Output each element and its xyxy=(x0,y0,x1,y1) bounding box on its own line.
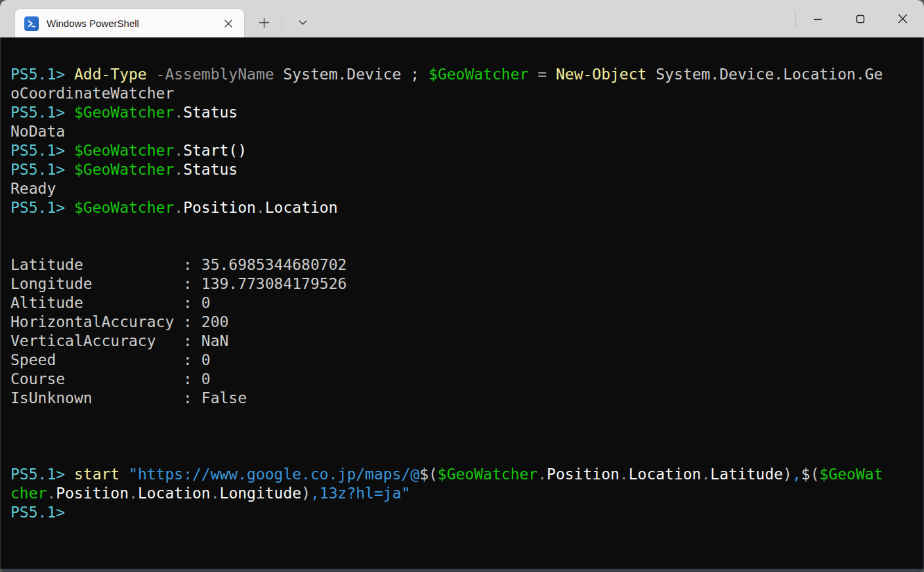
terminal-line: Altitude : 0 xyxy=(10,294,915,313)
tab-windows-powershell[interactable]: Windows PowerShell xyxy=(14,9,245,37)
terminal-line: PS5.1> start "https://www.google.co.jp/m… xyxy=(10,465,915,484)
tab-dropdown-button[interactable] xyxy=(291,12,314,33)
terminal-line: NoData xyxy=(10,122,915,141)
terminal-line: PS5.1> $GeoWatcher.Position.Location xyxy=(10,198,915,217)
terminal-line xyxy=(10,427,915,446)
tab-title: Windows PowerShell xyxy=(47,18,219,29)
terminal-window: Windows PowerShell xyxy=(0,0,924,572)
terminal-line: Speed : 0 xyxy=(10,351,915,370)
terminal-line: PS5.1> $GeoWatcher.Status xyxy=(10,160,915,179)
terminal-line xyxy=(10,408,915,427)
terminal-line xyxy=(10,446,915,465)
maximize-button[interactable] xyxy=(839,0,881,37)
minimize-icon xyxy=(813,14,822,24)
terminal-line: HorizontalAccuracy : 200 xyxy=(10,313,915,332)
window-controls xyxy=(795,0,924,37)
tab-bar-divider xyxy=(282,14,282,31)
maximize-icon xyxy=(856,14,865,24)
close-icon xyxy=(224,19,233,28)
terminal-line: Ready xyxy=(10,179,915,198)
terminal-line: PS5.1> Add-Type -AssemblyName System.Dev… xyxy=(10,65,915,84)
tab-close-button[interactable] xyxy=(219,14,238,33)
terminal-line: Course : 0 xyxy=(10,370,915,389)
powershell-icon xyxy=(24,16,39,31)
terminal-line: VerticalAccuracy : NaN xyxy=(10,332,915,351)
plus-icon xyxy=(259,17,270,28)
terminal-line: PS5.1> $GeoWatcher.Start() xyxy=(10,141,915,160)
terminal-output[interactable]: PS5.1> Add-Type -AssemblyName System.Dev… xyxy=(0,37,924,569)
terminal-line: Latitude : 35.6985344680702 xyxy=(10,255,915,275)
chevron-down-icon xyxy=(299,20,307,26)
close-icon xyxy=(898,14,908,24)
terminal-line: PS5.1> $GeoWatcher.Status xyxy=(10,103,915,122)
terminal-line xyxy=(10,217,915,236)
titlebar[interactable]: Windows PowerShell xyxy=(0,0,924,37)
minimize-button[interactable] xyxy=(796,0,839,37)
close-button[interactable] xyxy=(881,0,924,37)
terminal-line: IsUnknown : False xyxy=(10,389,915,408)
terminal-line: Longitude : 139.773084179526 xyxy=(10,275,915,294)
terminal-line: oCoordinateWatcher xyxy=(10,84,915,103)
terminal-line: cher.Position.Location.Longitude),13z?hl… xyxy=(10,484,915,503)
window-bottom-edge xyxy=(0,569,924,572)
terminal-line: PS5.1> xyxy=(10,503,915,522)
new-tab-button[interactable] xyxy=(253,12,275,33)
terminal-line xyxy=(10,236,915,255)
